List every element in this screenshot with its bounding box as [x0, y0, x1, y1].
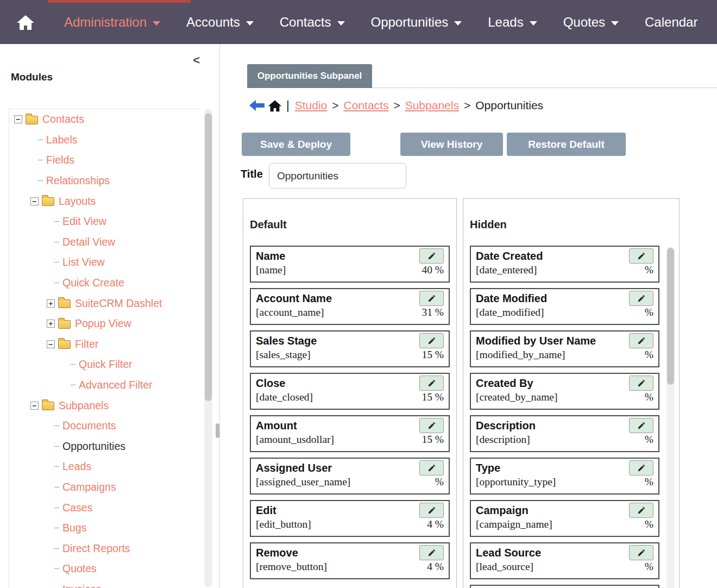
- home-nav-button[interactable]: [16, 14, 36, 30]
- sidebar-scrollbar-thumb[interactable]: [205, 113, 212, 401]
- sidebar-scrollbar[interactable]: [204, 109, 212, 587]
- edit-field-button[interactable]: [419, 248, 444, 264]
- hidden-column-scrollbar-thumb[interactable]: [667, 248, 674, 385]
- tree-item-subpanels[interactable]: −Subpanels: [9, 395, 201, 416]
- breadcrumb-link-studio[interactable]: Studio: [295, 99, 328, 112]
- breadcrumb-link-subpanels[interactable]: Subpanels: [405, 99, 459, 112]
- tree-item-invoices[interactable]: Invoices: [9, 579, 201, 588]
- tree-item-quotes[interactable]: Quotes: [9, 559, 201, 579]
- nav-item-leads[interactable]: Leads: [488, 15, 537, 30]
- field-item-remove[interactable]: Remove[remove_button]4 %: [250, 542, 450, 579]
- field-item-date-modified[interactable]: Date Modified[date_modified]%: [470, 288, 659, 325]
- edit-field-button[interactable]: [629, 248, 653, 264]
- tree-item-label: Fields: [46, 154, 74, 166]
- edit-field-button[interactable]: [629, 333, 653, 348]
- view-history-button[interactable]: View History: [400, 133, 503, 156]
- edit-field-button[interactable]: [419, 291, 444, 306]
- edit-field-button[interactable]: [419, 503, 444, 518]
- field-item-type[interactable]: Type[opportunity_type]%: [470, 458, 659, 495]
- tree-item-edit-view[interactable]: Edit View: [9, 211, 201, 232]
- tree-item-documents[interactable]: Documents: [9, 416, 201, 436]
- tree-item-leads[interactable]: Leads: [9, 456, 201, 477]
- nav-item-quotes[interactable]: Quotes: [563, 15, 619, 30]
- sidebar-collapse-button[interactable]: <: [193, 53, 200, 67]
- tree-item-list-view[interactable]: List View: [9, 252, 201, 273]
- save-deploy-button[interactable]: Save & Deploy: [242, 133, 350, 156]
- field-item-account-name[interactable]: Account Name[account_name]31 %: [250, 288, 450, 325]
- tree-item-advanced-filter[interactable]: Advanced Filter: [9, 375, 201, 396]
- edit-field-button[interactable]: [419, 545, 444, 560]
- nav-item-contacts[interactable]: Contacts: [280, 15, 345, 30]
- field-item-campaign[interactable]: Campaign[campaign_name]%: [470, 500, 659, 537]
- field-key: [date_modified]: [476, 306, 544, 318]
- nav-item-opportunities[interactable]: Opportunities: [371, 15, 462, 30]
- tree-item-detail-view[interactable]: Detail View: [9, 232, 201, 253]
- field-item-description[interactable]: Description[description]%: [470, 415, 659, 452]
- field-item-close[interactable]: Close[date_closed]15 %: [250, 373, 450, 410]
- tree-branch-line: [38, 160, 43, 160]
- edit-field-button[interactable]: [629, 376, 653, 391]
- breadcrumb-separator: >: [464, 99, 470, 112]
- edit-field-button[interactable]: [629, 418, 653, 433]
- tree-item-fields[interactable]: Fields: [9, 150, 201, 171]
- tree-item-opportunities[interactable]: Opportunities: [9, 436, 201, 457]
- restore-default-button[interactable]: Restore Default: [507, 133, 626, 156]
- nav-item-accounts[interactable]: Accounts: [186, 15, 254, 30]
- edit-field-button[interactable]: [419, 460, 444, 476]
- field-item-sales-stage[interactable]: Sales Stage[sales_stage]15 %: [250, 330, 450, 367]
- field-item-created-by[interactable]: Created By[created_by_name]%: [470, 373, 659, 410]
- tree-item-labels[interactable]: Labels: [9, 130, 201, 151]
- edit-field-button[interactable]: [629, 503, 653, 518]
- tree-item-suitecrm-dashlet[interactable]: +SuiteCRM Dashlet: [9, 293, 201, 314]
- panel-column-default: Default Name[name]40 %Account Name[accou…: [243, 198, 457, 588]
- nav-item-administration[interactable]: Administration: [64, 15, 160, 30]
- back-arrow-icon[interactable]: [249, 99, 265, 111]
- edit-field-button[interactable]: [419, 376, 444, 391]
- expand-icon[interactable]: +: [47, 320, 55, 328]
- tree-item-popup-view[interactable]: +Popup View: [9, 314, 201, 334]
- chevron-down-icon: [611, 21, 619, 26]
- subpanel-title-input[interactable]: [269, 163, 406, 189]
- field-item-amount[interactable]: Amount[amount_usdollar]15 %: [250, 415, 450, 452]
- tree-item-layouts[interactable]: −Layouts: [9, 191, 201, 211]
- tree-item-cases[interactable]: Cases: [9, 497, 201, 518]
- chevron-down-icon: [454, 21, 462, 26]
- field-item-lead-source[interactable]: Lead Source[lead_source]%: [470, 542, 659, 579]
- field-item-modified-by-user-name[interactable]: Modified by User Name[modified_by_name]%: [470, 330, 659, 367]
- field-label: Remove: [256, 545, 298, 560]
- expand-icon[interactable]: +: [47, 299, 55, 308]
- field-width-percent: 31 %: [422, 306, 444, 318]
- tree-item-relationships[interactable]: Relationships: [9, 171, 201, 191]
- sidebar-resize-handle[interactable]: [216, 423, 219, 438]
- edit-field-button[interactable]: [419, 333, 444, 348]
- edit-field-button[interactable]: [629, 460, 653, 476]
- tree-item-contacts[interactable]: −Contacts: [9, 109, 201, 130]
- tree-item-quick-filter[interactable]: Quick Filter: [9, 354, 201, 375]
- column-header-default: Default: [250, 218, 456, 231]
- field-item-date-created[interactable]: Date Created[date_entered]%: [470, 246, 659, 283]
- hidden-column-scrollbar[interactable]: [666, 247, 675, 588]
- field-item-edit[interactable]: Edit[edit_button]4 %: [250, 500, 450, 537]
- tree-item-filter[interactable]: −Filter: [9, 334, 201, 355]
- field-item-name[interactable]: Name[name]40 %: [250, 246, 450, 283]
- pencil-icon: [637, 336, 646, 345]
- collapse-icon[interactable]: −: [14, 115, 22, 123]
- tree-item-bugs[interactable]: Bugs: [9, 518, 201, 539]
- tree-item-quick-create[interactable]: Quick Create: [9, 273, 201, 293]
- collapse-icon[interactable]: −: [30, 197, 39, 205]
- edit-field-button[interactable]: [629, 545, 653, 560]
- edit-field-button[interactable]: [629, 291, 653, 306]
- tab-opportunities-subpanel[interactable]: Opportunities Subpanel: [247, 64, 372, 88]
- tree-item-campaigns[interactable]: Campaigns: [9, 477, 201, 498]
- tree-item-label: Campaigns: [62, 481, 116, 493]
- edit-field-button[interactable]: [419, 418, 444, 433]
- pencil-icon: [427, 252, 436, 260]
- tree-branch-line: [54, 242, 59, 242]
- field-item-assigned-user[interactable]: Assigned User[assigned_user_name]%: [250, 458, 450, 495]
- collapse-icon[interactable]: −: [47, 340, 55, 348]
- tree-item-direct-reports[interactable]: Direct Reports: [9, 538, 201, 559]
- breadcrumb-link-contacts[interactable]: Contacts: [344, 99, 389, 112]
- collapse-icon[interactable]: −: [30, 402, 39, 410]
- nav-item-calendar[interactable]: Calendar: [645, 15, 697, 30]
- breadcrumb-home-icon[interactable]: [268, 99, 282, 112]
